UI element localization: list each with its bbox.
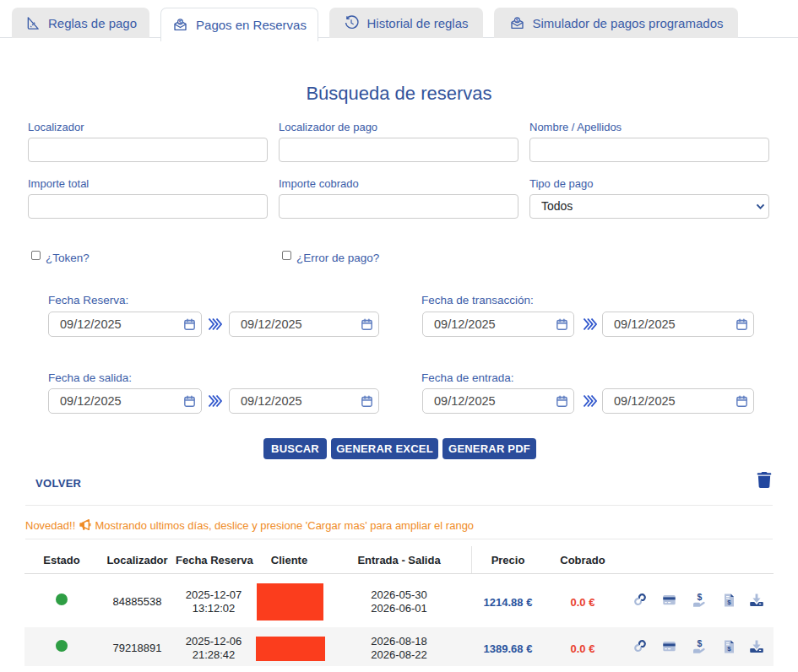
svg-text:$: $ [727, 645, 731, 653]
svg-text:$: $ [698, 592, 703, 602]
svg-text:$: $ [727, 599, 731, 606]
svg-text:$: $ [698, 638, 703, 648]
